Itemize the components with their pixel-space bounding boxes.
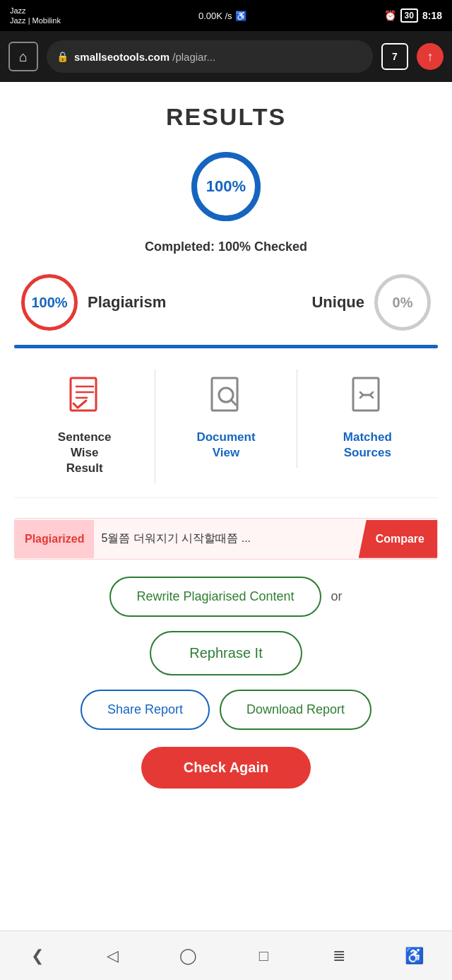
unique-circle: 0% <box>374 274 431 331</box>
matched-sources-label: MatchedSources <box>343 430 392 461</box>
svg-line-8 <box>231 400 236 405</box>
tab-count-button[interactable]: 7 <box>381 43 408 70</box>
nav-recents-button[interactable]: □ <box>242 938 285 974</box>
matched-sources-option[interactable]: MatchedSources <box>297 370 438 468</box>
share-report-button[interactable]: Share Report <box>81 690 210 730</box>
share-button[interactable]: ↑ <box>417 43 444 70</box>
nav-back-button[interactable]: ❮ <box>16 938 59 974</box>
sentence-wise-option[interactable]: SentenceWiseResult <box>14 370 155 483</box>
matched-sources-icon <box>349 377 386 421</box>
status-center: 0.00K /s ♿ <box>198 11 246 21</box>
home-button[interactable]: ⌂ <box>8 42 38 71</box>
document-view-label: DocumentView <box>196 430 255 461</box>
svg-line-12 <box>360 395 363 398</box>
alarm-icon: ⏰ <box>384 10 396 21</box>
nav-menu-button[interactable]: ≣ <box>318 938 360 974</box>
plagiarism-stat: 100% Plagiarism <box>21 274 166 331</box>
sentence-wise-icon <box>66 377 103 421</box>
plagiarism-circle: 100% <box>21 274 78 331</box>
address-bar[interactable]: 🔒 smallseotools.com /plagiar... <box>47 40 373 73</box>
time-display: 8:18 <box>422 10 442 21</box>
status-bar: Jazz Jazz | Mobilink 0.00K /s ♿ ⏰ 30 8:1… <box>0 0 452 31</box>
nav-bar: ❮ ◁ ◯ □ ≣ ♿ <box>0 931 452 980</box>
check-again-button[interactable]: Check Again <box>141 747 311 789</box>
download-report-button[interactable]: Download Report <box>220 690 371 730</box>
results-title: RESULTS <box>14 103 438 131</box>
rewrite-row: Rewrite Plagiarised Content or <box>109 577 342 617</box>
svg-line-14 <box>370 395 373 398</box>
data-speed: 0.00K /s <box>198 11 232 21</box>
accessibility-icon: ♿ <box>235 11 246 21</box>
stats-row: 100% Plagiarism Unique 0% <box>14 274 438 331</box>
lock-icon: 🔒 <box>56 51 69 62</box>
plagiarized-badge: Plagiarized <box>15 520 94 558</box>
share-download-row: Share Report Download Report <box>81 690 371 730</box>
unique-label: Unique <box>311 293 364 312</box>
nav-accessibility-button[interactable]: ♿ <box>393 938 436 974</box>
url-domain: smallseotools.com <box>74 51 170 63</box>
document-view-option[interactable]: DocumentView <box>155 370 297 468</box>
progress-circle-container: 100% <box>14 148 438 225</box>
carrier-info: Jazz Jazz | Mobilink <box>10 6 61 26</box>
rephrase-button[interactable]: Rephrase It <box>150 631 302 675</box>
nav-home-button[interactable]: ◯ <box>167 938 210 974</box>
unique-stat: Unique 0% <box>311 274 431 331</box>
completed-text: Completed: 100% Checked <box>14 240 438 254</box>
sentence-wise-label: SentenceWiseResult <box>58 430 112 476</box>
rewrite-button[interactable]: Rewrite Plagiarised Content <box>109 577 321 617</box>
battery-indicator: 30 <box>400 8 418 23</box>
browser-bar: ⌂ 🔒 smallseotools.com /plagiar... 7 ↑ <box>0 31 452 82</box>
nav-forward-button[interactable]: ◁ <box>92 938 134 974</box>
bottom-btn-area: Check Again <box>14 747 438 796</box>
plagiarism-label: Plagiarism <box>88 293 166 312</box>
main-content: RESULTS 100% Completed: 100% Checked 100… <box>0 82 452 810</box>
progress-circle: 100% <box>187 148 265 225</box>
url-path: /plagiar... <box>170 51 215 63</box>
compare-button[interactable]: Compare <box>359 520 437 558</box>
document-view-icon <box>208 377 244 421</box>
action-buttons: Rewrite Plagiarised Content or Rephrase … <box>14 577 438 730</box>
blue-divider <box>14 345 438 348</box>
or-text: or <box>331 589 343 604</box>
plagiarized-row: Plagiarized 5월쯤 더워지기 시작할때쯤 ... Compare <box>14 518 438 560</box>
url-text: smallseotools.com /plagiar... <box>74 51 215 63</box>
progress-percent: 100% <box>206 177 246 196</box>
plagiarized-text: 5월쯤 더워지기 시작할때쯤 ... <box>94 519 358 559</box>
view-options: SentenceWiseResult DocumentView <box>14 370 438 498</box>
status-right: ⏰ 30 8:18 <box>384 8 442 23</box>
